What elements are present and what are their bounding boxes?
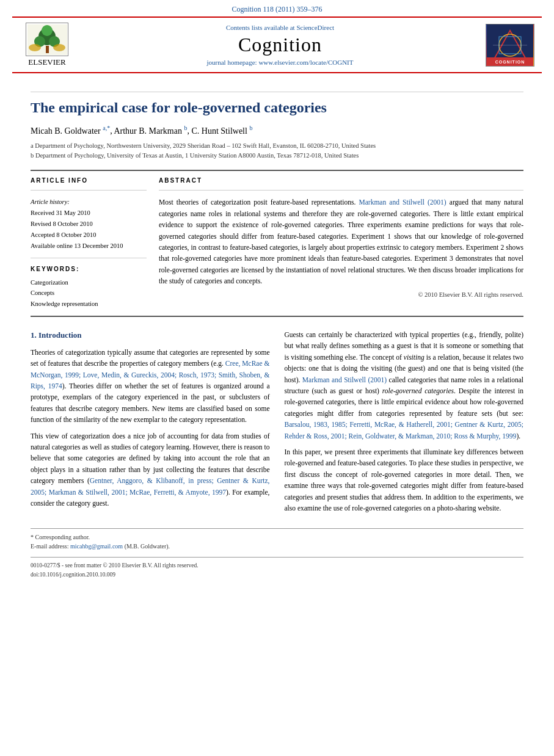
role-governed-italic: role-governed categories [382,387,454,394]
elsevier-label: ELSEVIER [28,57,65,67]
keyword-2: Concepts [31,288,147,299]
cognition-logo-icon: COGNITION [487,24,533,66]
email-address: micahbg@gmail.com [70,543,123,550]
affil-a: a Department of Psychology, Northwestern… [31,141,523,151]
affiliations: a Department of Psychology, Northwestern… [31,141,523,161]
keywords-section: Keywords: Categorization Concepts Knowle… [31,266,147,310]
bottom-bar: 0010-0277/$ - see front matter © 2010 El… [31,557,523,579]
revised-date: Revised 8 October 2010 [31,219,147,230]
authors-line: Micah B. Goldwater a,*, Arthur B. Markma… [31,125,523,136]
svg-rect-1 [46,46,49,53]
body-section: 1. Introduction Theories of categorizati… [31,329,523,518]
journal-center: Contents lists available at ScienceDirec… [75,24,486,66]
elsevier-logo-box [26,23,68,56]
article-info-col: ARTICLE INFO Article history: Received 3… [31,177,147,310]
rights-line: 0010-0277/$ - see front matter © 2010 El… [31,561,523,570]
keyword-1: Categorization [31,277,147,288]
top-rule [31,92,523,92]
right-para-1: Guests can certainly be characterized wi… [285,329,524,442]
article-body: The empirical case for role-governed cat… [0,73,554,591]
section-number: 1. [31,330,37,340]
intro-para-1: Theories of categorization typically ass… [31,347,270,426]
svg-point-5 [42,25,53,36]
abstract-rule [159,190,523,191]
abstract-part1: Most theories of categorization posit fe… [159,198,355,206]
ref-markman-stilwell: Markman and Stilwell (2001) [302,376,387,383]
abstract-text: Most theories of categorization posit fe… [159,197,523,286]
elsevier-logo: ELSEVIER [20,23,75,67]
body-right-col: Guests can certainly be characterized wi… [285,329,524,518]
right-para-2: In this paper, we present three experime… [285,446,524,514]
contents-label: Contents lists available at [226,24,295,31]
keyword-3: Knowledge representation [31,299,147,310]
ref-cree: Cree, McRae & McNorgan, 1999; Love, Medi… [31,360,270,390]
accepted-date: Accepted 8 October 2010 [31,230,147,241]
copyright-text: © 2010 Elsevier B.V. All rights reserved… [159,291,523,298]
email-line: E-mail address: micahbg@gmail.com (M.B. … [31,542,523,551]
doi-text: Cognition 118 (2011) 359–376 [231,5,322,13]
abstract-markman-ref: Markman and Stilwell (2001) [359,198,446,206]
journal-title: Cognition [81,34,479,56]
article-info-label: ARTICLE INFO [31,177,147,184]
svg-point-6 [29,44,41,51]
affil-b: b Department of Psychology, University o… [31,151,523,161]
sciencedirect-link[interactable]: ScienceDirect [296,24,334,31]
cognition-logo-box: COGNITION [486,24,534,67]
ref-gentner: Gentner, Anggoro, & Klibanoff, in press;… [31,477,270,495]
doi-line: doi:10.1016/j.cognition.2010.10.009 [31,570,523,579]
author-name-footnote: (M.B. Goldwater). [125,543,170,550]
journal-homepage: journal homepage: www.elsevier.com/locat… [81,59,479,66]
info-rule [31,190,147,191]
article-title: The empirical case for role-governed cat… [31,98,523,117]
intro-para-2: This view of categorization does a nice … [31,431,270,509]
email-label: E-mail address: [31,543,68,550]
author-goldwater: Micah B. Goldwater a,*, Arthur B. Markma… [31,126,252,136]
keywords-rule [31,258,147,258]
received-date: Received 31 May 2010 [31,208,147,219]
journal-header: ELSEVIER Contents lists available at Sci… [12,16,542,73]
ref-barsalou: Barsalou, 1983, 1985; Ferretti, McRae, &… [285,421,524,439]
section-title: Introduction [38,330,82,340]
article-history: Article history: Received 31 May 2010 Re… [31,197,147,251]
available-date: Available online 13 December 2010 [31,241,147,252]
svg-point-7 [53,44,65,51]
visiting-italic: visiting [404,354,425,361]
corresponding-author: * Corresponding author. [31,532,523,542]
page: Cognition 118 (2011) 359–376 [0,0,554,756]
body-two-col: 1. Introduction Theories of categorizati… [31,329,523,518]
mid-rule [31,170,523,171]
history-label: Article history: [31,197,147,208]
svg-text:COGNITION: COGNITION [495,60,525,64]
info-abstract-section: ARTICLE INFO Article history: Received 3… [31,177,523,310]
sciencedirect-text: Contents lists available at ScienceDirec… [81,24,479,31]
elsevier-tree-icon [27,24,67,55]
body-rule [31,316,523,317]
footnote-area: * Corresponding author. E-mail address: … [31,528,523,551]
keywords-content: Categorization Concepts Knowledge repres… [31,277,147,310]
intro-heading: 1. Introduction [31,329,270,342]
abstract-col: ABSTRACT Most theories of categorization… [159,177,523,310]
body-left-col: 1. Introduction Theories of categorizati… [31,329,270,518]
keywords-label: Keywords: [31,266,147,272]
abstract-part2: argued that many natural categories name… [159,198,523,285]
doi-bar: Cognition 118 (2011) 359–376 [0,0,554,16]
abstract-label: ABSTRACT [159,177,523,184]
